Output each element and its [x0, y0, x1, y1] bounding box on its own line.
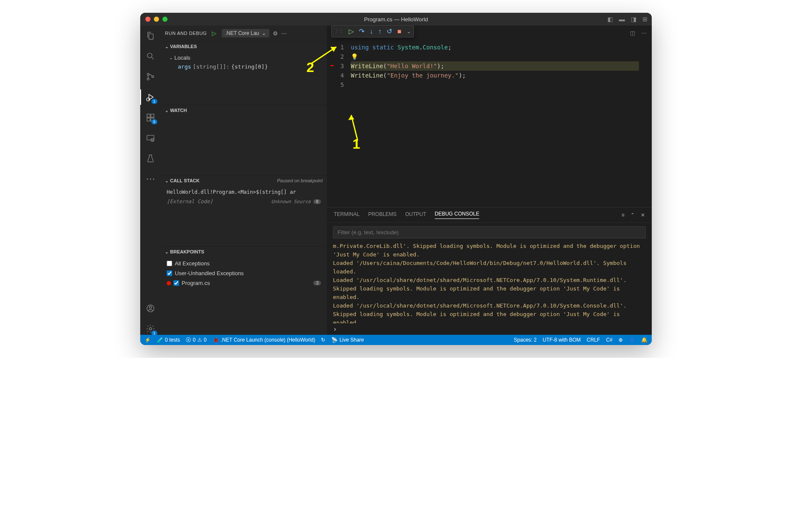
- user-exceptions-checkbox[interactable]: [167, 270, 172, 276]
- close-window-button[interactable]: [145, 17, 150, 22]
- start-debug-button[interactable]: ▷: [210, 29, 218, 37]
- layout-panel-icon[interactable]: ▬: [619, 16, 625, 23]
- console-line: m.Private.CoreLib.dll'. Skipped loading …: [333, 242, 646, 259]
- layout-secondary-side-icon[interactable]: ◨: [631, 16, 636, 23]
- remote-icon[interactable]: [145, 132, 156, 144]
- restart-button[interactable]: ↺: [387, 27, 392, 35]
- status-errors[interactable]: ⓧ 0 ⚠ 0: [186, 336, 206, 344]
- more-icon[interactable]: ⋯: [145, 173, 156, 185]
- search-icon[interactable]: [145, 50, 156, 62]
- line-gutter[interactable]: 1 2 ⮕3 4 5: [327, 41, 351, 207]
- svg-point-13: [149, 328, 152, 330]
- chevron-down-icon: ⌄: [262, 30, 266, 36]
- breakpoint-all-exceptions[interactable]: All Exceptions: [161, 259, 327, 268]
- breakpoint-user-exceptions[interactable]: User-Unhandled Exceptions: [161, 268, 327, 278]
- close-panel-icon[interactable]: ✕: [641, 212, 645, 218]
- status-tests[interactable]: 🧪 0 tests: [157, 337, 180, 343]
- callstack-header[interactable]: ⌄CALL STACKPaused on breakpoint: [161, 175, 327, 186]
- explorer-icon[interactable]: [145, 30, 156, 42]
- status-debug-launch[interactable]: 🐞 .NET Core Launch (console) (HelloWorld…: [213, 337, 315, 343]
- traffic-lights: [140, 17, 168, 22]
- stack-frame-external[interactable]: [External Code] Unknown Source 0: [161, 197, 327, 206]
- editor-more-icon[interactable]: ⋯: [641, 30, 647, 36]
- status-eol[interactable]: CRLF: [587, 337, 600, 343]
- status-notifications-icon[interactable]: 🔔: [641, 337, 647, 343]
- all-exceptions-checkbox[interactable]: [167, 261, 172, 266]
- debug-toolbar[interactable]: ⋮⋮ ▷ ↷ ↓ ↑ ↺ ■ ⌄: [331, 25, 414, 37]
- status-bar: ⚡ 🧪 0 tests ⓧ 0 ⚠ 0 🐞 .NET Core Launch (…: [140, 335, 652, 345]
- debug-more-icon[interactable]: ⌄: [407, 29, 411, 35]
- svg-rect-8: [151, 114, 154, 117]
- console-line: Loaded '/usr/local/share/dotnet/shared/M…: [333, 302, 646, 323]
- breakpoint-line-badge: 3: [313, 281, 321, 285]
- run-debug-icon[interactable]: 1: [145, 91, 156, 103]
- layout-primary-side-icon[interactable]: ◧: [607, 16, 613, 23]
- extensions-icon[interactable]: 5: [145, 112, 156, 124]
- svg-point-1: [147, 73, 149, 75]
- status-encoding[interactable]: UTF-8 with BOM: [543, 337, 581, 343]
- locals-scope[interactable]: ⌄Locals: [161, 53, 327, 62]
- console-filter-input[interactable]: [333, 226, 646, 239]
- tab-terminal[interactable]: TERMINAL: [334, 211, 360, 219]
- variables-header[interactable]: ⌄VARIABLES: [161, 41, 327, 52]
- svg-point-0: [147, 53, 152, 58]
- breakpoint-item[interactable]: Program.cs3: [161, 278, 327, 288]
- status-copilot-icon[interactable]: ⊕: [619, 337, 623, 343]
- debug-sidebar: RUN AND DEBUG ▷ .NET Core Lau⌄ ⚙ ⋯ ⌄VARI…: [161, 26, 327, 335]
- svg-rect-6: [147, 118, 150, 121]
- status-feedback-icon[interactable]: 👤: [629, 337, 635, 343]
- breakpoints-header[interactable]: ⌄BREAKPOINTS: [161, 247, 327, 257]
- status-sync-icon[interactable]: ↻: [321, 337, 325, 343]
- svg-rect-5: [147, 114, 150, 117]
- status-live-share[interactable]: 📡 Live Share: [331, 337, 364, 343]
- status-remote-icon[interactable]: ⚡: [145, 337, 151, 343]
- tab-output[interactable]: OUTPUT: [405, 211, 426, 219]
- minimize-window-button[interactable]: [154, 17, 159, 22]
- code-editor[interactable]: 1 2 ⮕3 4 5 using static System.Console; …: [327, 41, 652, 207]
- step-out-button[interactable]: ↑: [378, 28, 382, 35]
- sidebar-more-icon[interactable]: ⋯: [281, 30, 287, 37]
- editor-area: ⋮⋮ ▷ ↷ ↓ ↑ ↺ ■ ⌄ C# Program.cs ◫ ⋯: [327, 26, 652, 335]
- svg-point-2: [147, 78, 149, 80]
- layout-customize-icon[interactable]: ⊞: [642, 16, 647, 23]
- stop-button[interactable]: ■: [397, 28, 402, 35]
- accounts-icon[interactable]: [145, 302, 156, 314]
- activity-bar: 1 5 ⋯ 1: [140, 26, 161, 335]
- svg-rect-9: [147, 135, 154, 140]
- status-spaces[interactable]: Spaces: 2: [514, 337, 537, 343]
- source-control-icon[interactable]: [145, 71, 156, 83]
- continue-button[interactable]: ▷: [349, 27, 354, 35]
- stack-frame[interactable]: HelloWorld.dll!Program.<Main>$(string[] …: [161, 187, 327, 197]
- step-over-button[interactable]: ↷: [359, 27, 364, 35]
- console-prompt[interactable]: ›: [327, 323, 652, 335]
- step-into-button[interactable]: ↓: [370, 28, 373, 35]
- maximize-window-button[interactable]: [162, 17, 168, 22]
- tab-debug-console[interactable]: DEBUG CONSOLE: [435, 211, 480, 219]
- variable-row[interactable]: args [string[]]: {string[0]}: [161, 62, 327, 71]
- current-line-indicator-icon: ⮕: [330, 61, 334, 71]
- window-title: Program.cs — HelloWorld: [364, 16, 428, 23]
- tab-problems[interactable]: PROBLEMS: [368, 211, 397, 219]
- breakpoint-checkbox[interactable]: [173, 280, 179, 286]
- settings-badge: 1: [151, 331, 157, 336]
- console-line: Loaded '/usr/local/share/dotnet/shared/M…: [333, 276, 646, 302]
- bottom-panel: TERMINAL PROBLEMS OUTPUT DEBUG CONSOLE ≡…: [327, 207, 652, 335]
- split-editor-icon[interactable]: ◫: [630, 30, 635, 36]
- settings-gear-icon[interactable]: 1: [145, 323, 156, 335]
- vscode-window: Program.cs — HelloWorld ◧ ▬ ◨ ⊞ 1 5 ⋯ 1 …: [140, 13, 652, 345]
- lightbulb-icon[interactable]: 💡: [351, 52, 358, 61]
- extensions-badge: 5: [151, 119, 157, 124]
- launch-settings-icon[interactable]: ⚙: [273, 30, 278, 37]
- paused-status: Paused on breakpoint: [277, 178, 323, 183]
- status-language[interactable]: C#: [606, 337, 613, 343]
- drag-handle-icon[interactable]: ⋮⋮: [334, 29, 344, 34]
- collapse-panel-icon[interactable]: ⌃: [630, 212, 635, 218]
- testing-icon[interactable]: [145, 152, 156, 164]
- launch-config-select[interactable]: .NET Core Lau⌄: [222, 29, 269, 37]
- watch-header[interactable]: ⌄WATCH: [161, 105, 327, 115]
- debug-console-output[interactable]: m.Private.CoreLib.dll'. Skipped loading …: [327, 242, 652, 323]
- debug-badge: 1: [151, 99, 157, 104]
- minimap[interactable]: [639, 41, 652, 207]
- clear-console-icon[interactable]: ≡: [621, 212, 624, 218]
- chevron-down-icon: ⌄: [165, 178, 168, 183]
